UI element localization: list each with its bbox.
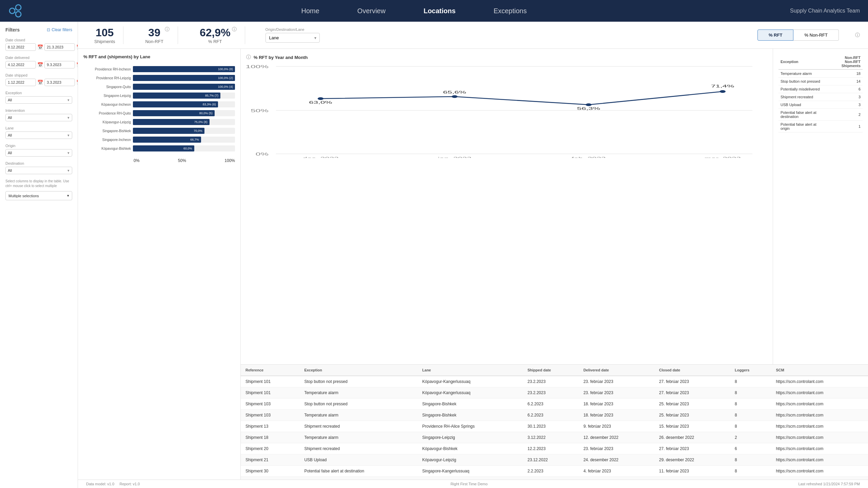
date-closed-from-input[interactable] — [5, 43, 36, 51]
date-shipped-from-input[interactable] — [5, 79, 36, 86]
table-cell: Stop button not pressed — [299, 477, 417, 480]
bar-chart-title: % RFT and (shipments) by Lane — [83, 54, 235, 59]
exception-name: Potentially misdelivered — [778, 85, 828, 93]
calendar-icon-5[interactable]: 📅 — [37, 80, 43, 85]
origin-dest-label: Origin/Destination/Lane — [265, 27, 320, 32]
table-cell: 18. febrúar 2023 — [579, 410, 654, 421]
non-rft-btn[interactable]: % Non-RFT — [793, 29, 839, 41]
bar-track: 80,0% (5) — [133, 110, 235, 116]
exceptions-tbody: Temperature alarm18Stop button not press… — [778, 69, 863, 133]
table-cell: https://scm.controlant.com — [771, 477, 868, 480]
footer-center: Right First Time Demo — [451, 482, 488, 486]
multi-select[interactable]: Multiple selections ▾ — [5, 191, 72, 200]
filter-date-closed: Date closed 📅 📅 — [5, 38, 72, 51]
svg-text:65,6%: 65,6% — [443, 90, 466, 94]
date-delivered-to-input[interactable] — [44, 61, 75, 68]
exception-filter-label: Exception — [5, 91, 72, 95]
date-delivered-from-input[interactable] — [5, 61, 36, 68]
exception-name: Shipment recreated — [778, 93, 828, 101]
table-cell: https://scm.controlant.com — [771, 399, 868, 410]
table-cell: 3.12.2022 — [523, 432, 579, 443]
exception-select[interactable]: All — [5, 96, 72, 104]
table-cell: https://scm.controlant.com — [771, 410, 868, 421]
svg-point-13 — [586, 103, 592, 106]
table-cell: Temperature alarm — [299, 432, 417, 443]
rft-pct-content: 62,9% % RFT — [200, 26, 231, 44]
exception-row: Shipment recreated3 — [778, 93, 863, 101]
table-cell: Shipment 13 — [241, 421, 299, 432]
rft-pct-label: % RFT — [200, 39, 231, 44]
rft-pct-info-icon[interactable]: ⓘ — [232, 26, 237, 33]
date-shipped-to-input[interactable] — [44, 79, 75, 86]
svg-text:50%: 50% — [251, 108, 269, 113]
filter-destination: Destination All — [5, 161, 72, 174]
bar-fill: 66,7% — [133, 137, 201, 143]
table-row: Shipment 101Stop button not pressedKópav… — [241, 376, 868, 387]
destination-select-wrapper: All — [5, 167, 72, 174]
clear-filters-button[interactable]: ⊡ Clear filters — [47, 27, 72, 32]
bar-chart-area: Providence RH-Incheon 100,0% (8) Provide… — [83, 63, 235, 157]
table-cell: 11. febrúar 2023 — [654, 477, 730, 480]
non-rft-box-info: 39 Non-RFT ⓘ — [145, 26, 169, 44]
lane-filter-label: Lane — [5, 126, 72, 130]
table-cell: Stop button not pressed — [299, 376, 417, 387]
navbar: Home Overview Locations Exceptions Suppl… — [0, 0, 868, 22]
non-rft-value: 39 — [145, 26, 163, 39]
table-col-header: Exception — [299, 365, 417, 376]
nav-locations[interactable]: Locations — [418, 4, 461, 18]
table-col-header: SCM — [771, 365, 868, 376]
data-table-panel[interactable]: ReferenceExceptionLaneShipped dateDelive… — [241, 364, 868, 480]
bar-fill-text: 70,0% — [194, 129, 202, 133]
destination-select[interactable]: All — [5, 167, 72, 174]
bar-fill-text: 75,0% (8) — [194, 120, 208, 124]
exceptions-header-row: Exception Non-RFTNon-RFT Shipments — [778, 54, 863, 69]
bar-fill: 70,0% — [133, 128, 204, 134]
svg-text:mar. 2023: mar. 2023 — [705, 156, 741, 158]
date-closed-to-input[interactable] — [44, 43, 75, 51]
table-col-header: Loggers — [730, 365, 771, 376]
table-cell: Singapore-Bishkek — [417, 410, 522, 421]
table-row: Shipment 18Temperature alarmSingapore-Le… — [241, 432, 868, 443]
calendar-icon-3[interactable]: 📅 — [37, 62, 43, 67]
origin-select[interactable]: All — [5, 149, 72, 157]
table-cell: Kópavogur-Kangerlussuaq — [417, 376, 522, 387]
table-cell: 6 — [730, 443, 771, 454]
non-rft-info-icon[interactable]: ⓘ — [165, 26, 170, 33]
table-cell: 8 — [730, 477, 771, 480]
lane-select[interactable]: All — [5, 131, 72, 139]
lane-dropdown-wrapper: Lane — [265, 33, 320, 43]
svg-point-12 — [452, 95, 458, 98]
multi-select-chevron-icon: ▾ — [67, 194, 69, 198]
line-chart-info-icon[interactable]: ⓘ — [246, 54, 251, 60]
bar-label: Singapore-Incheon — [83, 138, 131, 142]
lane-dropdown[interactable]: Lane — [265, 33, 320, 43]
calendar-icon-1[interactable]: 📅 — [37, 44, 43, 50]
date-closed-label: Date closed — [5, 38, 72, 42]
nav-overview[interactable]: Overview — [352, 4, 391, 18]
content-area: 105 Shipments 39 Non-RFT ⓘ 62,9% % RFT — [78, 22, 868, 488]
intervention-select[interactable]: All — [5, 114, 72, 121]
nav-exceptions[interactable]: Exceptions — [488, 4, 532, 18]
table-cell: 6.2.2023 — [523, 410, 579, 421]
top-metrics: 105 Shipments 39 Non-RFT ⓘ 62,9% % RFT — [78, 22, 868, 49]
nav-home[interactable]: Home — [296, 4, 324, 18]
table-cell: Kópavogur-Kangerlussuaq — [417, 387, 522, 399]
rft-btn[interactable]: % RFT — [757, 29, 793, 41]
table-cell: 9. febrúar 2023 — [579, 421, 654, 432]
bar-row: Kópavogur-Bishkek 60,0% — [83, 145, 235, 151]
bar-axis-50: 50% — [178, 158, 186, 163]
exceptions-table: Exception Non-RFTNon-RFT Shipments Tempe… — [778, 54, 863, 133]
svg-point-0 — [9, 8, 15, 14]
footer-left: Data model: v1.0 Report: v1.0 — [86, 482, 140, 486]
table-cell: 8 — [730, 421, 771, 432]
sidebar: Filters ⊡ Clear filters Date closed 📅 📅 … — [0, 22, 78, 488]
exception-col-header: Exception — [778, 54, 828, 69]
svg-point-11 — [318, 97, 324, 100]
table-cell: 23. febrúar 2023 — [579, 443, 654, 454]
exception-name: Temperature alarm — [778, 69, 828, 78]
top-right-info-icon[interactable]: ⓘ — [855, 32, 860, 38]
table-col-header: Reference — [241, 365, 299, 376]
multi-select-label: Multiple selections — [8, 194, 39, 198]
table-cell: 23. febrúar 2023 — [579, 387, 654, 399]
table-cell: 23. febrúar 2023 — [579, 376, 654, 387]
